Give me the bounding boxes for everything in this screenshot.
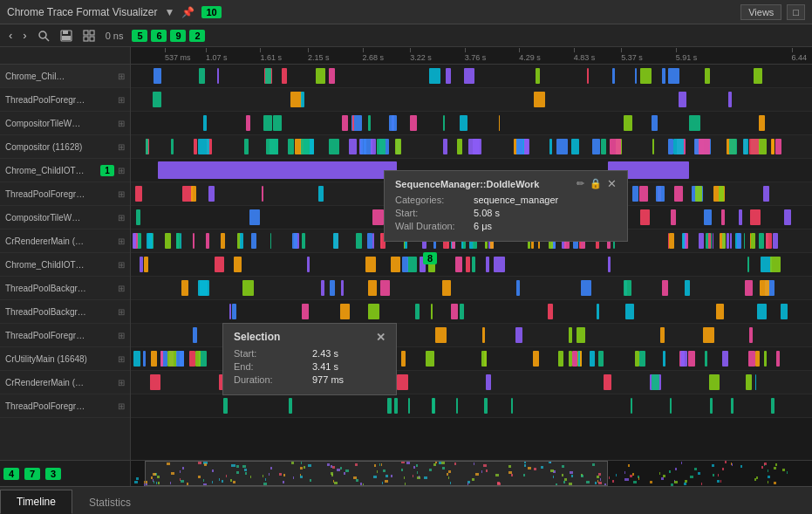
trace-bar[interactable]: [415, 304, 420, 319]
trace-bar[interactable]: [380, 280, 390, 296]
trace-bar[interactable]: [265, 68, 271, 84]
tab-timeline[interactable]: Timeline: [0, 490, 72, 514]
trace-bar[interactable]: [632, 186, 638, 202]
trace-bar[interactable]: [699, 139, 710, 154]
trace-bar[interactable]: [674, 186, 683, 202]
trace-bar[interactable]: [668, 68, 679, 84]
trace-bar[interactable]: [171, 139, 174, 154]
trace-bar[interactable]: [140, 257, 143, 272]
trace-bar[interactable]: [608, 257, 611, 272]
trace-bar[interactable]: [771, 139, 774, 154]
trace-bar[interactable]: [451, 304, 458, 319]
trace-bar[interactable]: [301, 92, 304, 107]
trace-bar[interactable]: [699, 233, 704, 249]
trace-bar[interactable]: [198, 139, 209, 154]
trace-bar[interactable]: [727, 233, 729, 249]
canvas-track-row[interactable]: [131, 300, 812, 324]
trace-bar[interactable]: [705, 68, 710, 84]
trace-bar[interactable]: [625, 304, 634, 319]
trace-bar[interactable]: [365, 257, 376, 272]
trace-bar[interactable]: [775, 139, 781, 154]
trace-bar[interactable]: [755, 374, 757, 390]
trace-bar[interactable]: [682, 233, 685, 249]
trace-bar[interactable]: [515, 327, 522, 343]
trace-bar[interactable]: [639, 351, 645, 367]
trace-bar[interactable]: [334, 233, 335, 249]
trace-bar[interactable]: [401, 351, 406, 367]
trace-bar[interactable]: [329, 68, 335, 84]
track-expand-button[interactable]: ⊞: [118, 260, 125, 270]
trace-bar[interactable]: [679, 92, 686, 107]
trace-bar[interactable]: [221, 233, 225, 249]
back-button[interactable]: ‹: [5, 27, 16, 44]
trace-bar[interactable]: [640, 209, 650, 225]
trace-bar[interactable]: [397, 374, 408, 390]
selection-close-icon[interactable]: ✕: [376, 332, 386, 343]
trace-bar[interactable]: [234, 257, 242, 272]
trace-bar[interactable]: [759, 139, 767, 154]
trace-bar[interactable]: [316, 68, 325, 84]
trace-bar[interactable]: [302, 233, 305, 249]
trace-bar[interactable]: [669, 233, 674, 249]
trace-bar[interactable]: [781, 304, 788, 319]
trace-bar[interactable]: [443, 139, 447, 154]
trace-bar[interactable]: [151, 351, 157, 367]
trace-bar[interactable]: [759, 115, 766, 131]
trace-bar[interactable]: [486, 374, 491, 390]
trace-bar[interactable]: [486, 257, 489, 272]
trace-bar[interactable]: [191, 186, 196, 202]
trace-bar[interactable]: [660, 327, 665, 343]
trace-bar[interactable]: [682, 351, 685, 367]
trace-bar[interactable]: [154, 68, 161, 84]
trace-bar[interactable]: [318, 186, 324, 202]
trace-bar[interactable]: [389, 115, 396, 131]
canvas-track-row[interactable]: [131, 135, 812, 159]
trace-bar[interactable]: [340, 304, 349, 319]
trace-bar[interactable]: [429, 68, 440, 84]
trace-bar[interactable]: [200, 280, 209, 296]
trace-bar[interactable]: [639, 186, 648, 202]
trace-bar[interactable]: [302, 304, 309, 319]
pin-icon[interactable]: 📌: [181, 6, 194, 18]
trace-bar[interactable]: [321, 280, 324, 296]
trace-bar[interactable]: [511, 398, 513, 414]
canvas-track-row[interactable]: [131, 277, 812, 300]
track-expand-button[interactable]: ⊞: [118, 213, 125, 223]
trace-bar[interactable]: [640, 68, 652, 84]
track-expand-button[interactable]: ⊞: [118, 307, 125, 317]
trace-bar[interactable]: [307, 257, 310, 272]
trace-bar[interactable]: [590, 351, 596, 367]
trace-bar[interactable]: [612, 68, 615, 84]
trace-bar[interactable]: [713, 233, 714, 249]
trace-bar[interactable]: [516, 280, 520, 296]
trace-bar[interactable]: [662, 280, 668, 296]
canvas-track-row[interactable]: [131, 253, 812, 277]
trace-bar[interactable]: [263, 115, 272, 131]
trace-bar[interactable]: [760, 280, 769, 296]
trace-bar[interactable]: [710, 398, 713, 414]
trace-bar[interactable]: [206, 233, 209, 249]
trace-bar[interactable]: [368, 115, 371, 131]
trace-bar[interactable]: [745, 280, 753, 296]
trace-bar[interactable]: [472, 257, 475, 272]
trace-bar[interactable]: [194, 139, 197, 154]
trace-bar[interactable]: [203, 115, 208, 131]
trace-bar[interactable]: [695, 186, 702, 202]
trace-bar[interactable]: [703, 327, 714, 343]
trace-bar[interactable]: [730, 233, 732, 249]
trace-bar[interactable]: [160, 351, 163, 367]
trace-bar[interactable]: [395, 139, 401, 154]
trace-bar[interactable]: [598, 351, 604, 367]
trace-bar[interactable]: [371, 139, 376, 154]
track-expand-button[interactable]: ⊞: [118, 119, 125, 128]
canvas-track-row[interactable]: [131, 112, 812, 135]
trace-bar[interactable]: [410, 115, 417, 131]
trace-bar[interactable]: [466, 257, 470, 272]
trace-bar[interactable]: [356, 233, 362, 249]
trace-bar[interactable]: [133, 351, 140, 367]
trace-bar[interactable]: [242, 280, 254, 296]
trace-bar[interactable]: [673, 139, 683, 154]
trace-bar[interactable]: [246, 115, 250, 131]
trace-bar[interactable]: [153, 92, 161, 107]
trace-bar[interactable]: [217, 68, 219, 84]
